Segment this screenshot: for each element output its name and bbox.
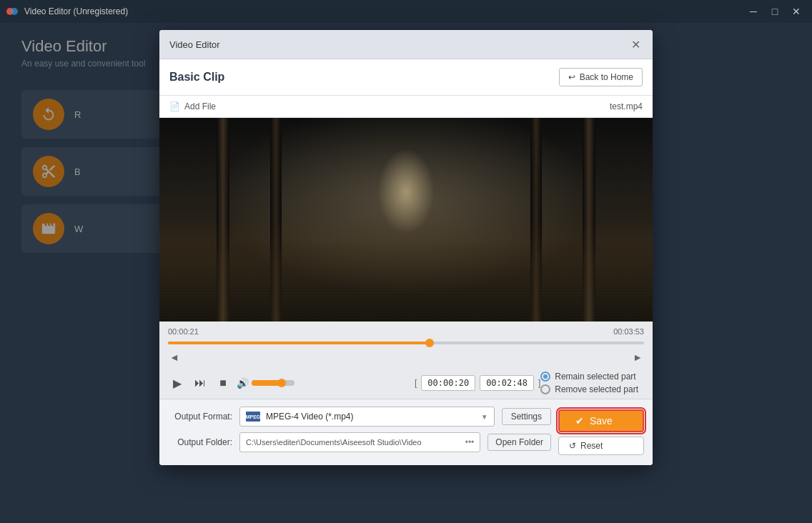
start-time-box[interactable]: 00:00:20: [421, 375, 475, 391]
format-label: Output Format:: [168, 412, 232, 422]
open-folder-button[interactable]: Open Folder: [487, 434, 551, 451]
folder-label: Output Folder:: [168, 437, 232, 447]
bottom-left: Output Format: MPEG MPEG-4 Video (*.mp4)…: [168, 407, 551, 458]
save-label: Save: [590, 415, 613, 427]
back-icon: ↩: [568, 72, 575, 82]
bottom-right: ✔ Save ↺ Reset: [558, 407, 644, 458]
folder-row: Output Folder: C:\Users\editer\Documents…: [168, 432, 551, 452]
remain-selected-option[interactable]: Remain selected part: [540, 372, 638, 382]
end-time-box[interactable]: 00:02:48: [480, 375, 534, 391]
controls-options-row: ▶ ⏭ ■ 🔊 [: [159, 367, 653, 399]
video-frame: [159, 118, 653, 322]
reset-button[interactable]: ↺ Reset: [558, 437, 644, 455]
mpeg-icon: MPEG: [246, 412, 260, 422]
basic-clip-label: Basic Clip: [169, 71, 224, 84]
remove-radio-dot: [540, 384, 550, 394]
floor-lines: [159, 250, 653, 322]
window-controls[interactable]: ─ □ ✕: [743, 4, 806, 19]
folder-path-text: C:\Users\editer\Documents\Aiseesoft Stud…: [246, 438, 422, 447]
remain-label: Remain selected part: [555, 372, 635, 382]
volume-track[interactable]: [252, 380, 294, 386]
volume-thumb[interactable]: [277, 379, 286, 387]
timeline-timestamps: 00:00:21 00:03:53: [168, 327, 644, 336]
title-bar-left: Video Editor (Unregistered): [6, 5, 128, 18]
app-area: Video Editor An easy use and convenient …: [0, 23, 812, 523]
timeline-start: 00:00:21: [168, 327, 199, 336]
maximize-button[interactable]: □: [765, 4, 785, 19]
save-check-icon: ✔: [575, 415, 584, 427]
stop-icon: ■: [219, 377, 227, 389]
remove-selected-option[interactable]: Remove selected part: [540, 384, 638, 394]
play-button[interactable]: ▶: [168, 374, 187, 392]
settings-button[interactable]: Settings: [502, 408, 551, 425]
modal-title-text: Video Editor: [169, 39, 220, 50]
volume-icon: 🔊: [237, 377, 249, 389]
format-select[interactable]: MPEG MPEG-4 Video (*.mp4) ▼: [239, 407, 495, 427]
add-file-button[interactable]: 📄 Add File: [169, 101, 216, 111]
format-arrow: ▼: [481, 413, 488, 421]
window-close-button[interactable]: ✕: [786, 4, 806, 19]
clip-options: Remain selected part Remove selected par…: [540, 372, 638, 394]
app-title: Video Editor (Unregistered): [24, 6, 128, 16]
remain-radio-dot: [540, 372, 550, 382]
modal-close-button[interactable]: ✕: [628, 37, 643, 51]
back-btn-label: Back to Home: [580, 72, 633, 82]
video-preview: [159, 118, 653, 322]
file-name: test.mp4: [610, 101, 643, 111]
marker-left[interactable]: ◄: [169, 352, 179, 363]
stop-button[interactable]: ■: [214, 374, 232, 392]
timeline-thumb[interactable]: [425, 339, 434, 347]
folder-more-button[interactable]: •••: [465, 437, 475, 447]
modal-dialog: Video Editor ✕ Basic Clip ↩ Back to Home…: [159, 30, 653, 465]
add-file-icon: 📄: [169, 101, 180, 111]
timeline-area: 00:00:21 00:03:53 ◄ ►: [159, 322, 653, 367]
bottom-panel: Output Format: MPEG MPEG-4 Video (*.mp4)…: [159, 399, 653, 465]
file-bar: 📄 Add File test.mp4: [159, 96, 653, 118]
format-row: Output Format: MPEG MPEG-4 Video (*.mp4)…: [168, 407, 551, 427]
step-button[interactable]: ⏭: [191, 374, 209, 392]
reset-label: Reset: [580, 441, 603, 451]
step-icon: ⏭: [194, 377, 206, 389]
timeline-filled: [168, 342, 430, 344]
volume-control[interactable]: 🔊: [237, 377, 294, 389]
timeline-end: 00:03:53: [613, 327, 644, 336]
modal-title-bar: Video Editor ✕: [159, 30, 653, 59]
modal-overlay: Video Editor ✕ Basic Clip ↩ Back to Home…: [0, 23, 812, 523]
format-value: MPEG-4 Video (*.mp4): [266, 412, 354, 422]
timeline-markers: ◄ ►: [168, 352, 644, 363]
app-icon: [6, 5, 19, 18]
save-button[interactable]: ✔ Save: [558, 409, 644, 432]
reset-icon: ↺: [569, 441, 576, 451]
controls-left: ▶ ⏭ ■ 🔊 [: [168, 374, 540, 392]
minimize-button[interactable]: ─: [743, 4, 763, 19]
time-display: [ 00:00:20 00:02:48 ]: [415, 375, 540, 391]
back-to-home-button[interactable]: ↩ Back to Home: [559, 68, 643, 86]
time-bracket-open: [: [415, 378, 417, 388]
modal-header: Basic Clip ↩ Back to Home: [159, 59, 653, 96]
remove-label: Remove selected part: [555, 384, 638, 394]
title-bar: Video Editor (Unregistered) ─ □ ✕: [0, 0, 812, 23]
svg-point-1: [11, 8, 18, 15]
timeline-track[interactable]: [168, 339, 644, 347]
add-file-label: Add File: [184, 101, 216, 111]
folder-path-display: C:\Users\editer\Documents\Aiseesoft Stud…: [239, 432, 480, 452]
marker-right[interactable]: ►: [633, 352, 643, 363]
